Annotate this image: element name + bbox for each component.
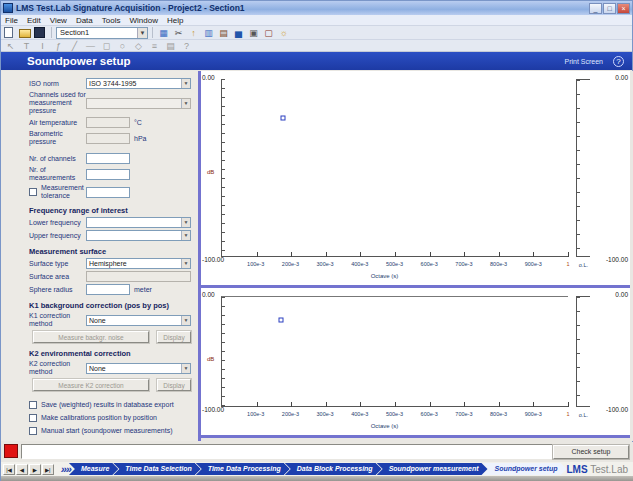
- print-icon[interactable]: ▣: [247, 27, 260, 39]
- select-arrow-icon[interactable]: ↖: [4, 40, 17, 52]
- sphere-radius-field[interactable]: [86, 284, 130, 295]
- workbook-tab-soundpower-setup[interactable]: Soundpower setup: [483, 463, 567, 475]
- cut-icon[interactable]: ✂: [172, 27, 185, 39]
- ellipse-tool-icon[interactable]: ○: [116, 40, 129, 52]
- menu-file[interactable]: File: [5, 16, 18, 25]
- octave-display-bottom: 0.00 -100.00 dB 100e-3200e-3300e-3400e-3…: [201, 288, 630, 438]
- x-tick-label: 1: [566, 411, 569, 417]
- screen-icon[interactable]: ▢: [262, 27, 275, 39]
- plot-area[interactable]: [221, 79, 568, 257]
- chevron-down-icon[interactable]: ▼: [181, 79, 190, 88]
- air-temperature-field[interactable]: [86, 117, 130, 128]
- overall-level-axis: [576, 296, 590, 407]
- close-button[interactable]: ×: [617, 3, 630, 14]
- chart-display-icon[interactable]: ▅: [232, 27, 245, 39]
- overall-level-axis: [576, 79, 590, 257]
- chevron-down-icon[interactable]: ▼: [181, 231, 190, 240]
- tips-icon[interactable]: ☼: [277, 27, 290, 39]
- frequency-range-section-header: Frequency range of interest: [29, 206, 191, 215]
- help-pointer-icon[interactable]: ?: [180, 40, 193, 52]
- k1-method-dropdown[interactable]: None▼: [86, 315, 191, 326]
- calibrations-position-label: Make calibrations position by position: [41, 414, 157, 422]
- iso-norm-value: ISO 3744-1995: [89, 80, 136, 87]
- surface-type-label: Surface type: [29, 260, 86, 268]
- upper-frequency-dropdown[interactable]: ▼: [86, 230, 191, 241]
- menu-view[interactable]: View: [50, 16, 67, 25]
- italic-text-tool-icon[interactable]: I: [36, 40, 49, 52]
- workbook-tab-time-data-processing[interactable]: Time Data Processing: [196, 463, 290, 475]
- workbook-tab-time-data-selection[interactable]: Time Data Selection: [113, 463, 200, 475]
- menu-edit[interactable]: Edit: [27, 16, 41, 25]
- manual-start-checkbox[interactable]: [29, 427, 37, 435]
- workbook-tabs: MeasureTime Data SelectionTime Data Proc…: [74, 463, 567, 475]
- window-title: LMS Test.Lab Signature Acquisition - Pro…: [16, 3, 589, 13]
- chevron-down-icon[interactable]: ▼: [181, 218, 190, 227]
- section-combo-value: Section1: [60, 28, 89, 37]
- last-workbook-button[interactable]: ▶|: [42, 464, 54, 475]
- chevron-down-icon: ▼: [181, 99, 190, 108]
- x-tick-label: 400e-3: [351, 261, 368, 267]
- navigate-up-icon[interactable]: ↑: [187, 27, 200, 39]
- chevron-down-icon[interactable]: ▼: [137, 28, 147, 38]
- previous-workbook-button[interactable]: ◀: [16, 464, 28, 475]
- menu-tools[interactable]: Tools: [102, 16, 121, 25]
- lower-frequency-dropdown[interactable]: ▼: [86, 217, 191, 228]
- function-tool-icon[interactable]: ƒ: [52, 40, 65, 52]
- measure-k2-correction-button[interactable]: Measure K2 correction: [33, 379, 149, 391]
- save-icon[interactable]: [34, 27, 47, 39]
- new-document-icon[interactable]: [4, 27, 17, 39]
- workspace-icon[interactable]: ▤: [217, 27, 230, 39]
- rectangle-tool-icon[interactable]: ◻: [100, 40, 113, 52]
- iso-norm-dropdown[interactable]: ISO 3744-1995▼: [86, 78, 191, 89]
- help-icon[interactable]: ?: [613, 56, 624, 67]
- grid-tool-icon[interactable]: ▤: [164, 40, 177, 52]
- iso-norm-label: ISO norm: [29, 80, 86, 88]
- copy-data-icon[interactable]: ▥: [202, 27, 215, 39]
- save-weighted-results-checkbox[interactable]: [29, 401, 37, 409]
- chevron-down-icon[interactable]: ▼: [181, 316, 190, 325]
- diamond-tool-icon[interactable]: ◇: [132, 40, 145, 52]
- nr-measurements-label: Nr. of measurements: [29, 166, 86, 182]
- layers-tool-icon[interactable]: ≡: [148, 40, 161, 52]
- measurement-tolerance-checkbox[interactable]: [29, 188, 37, 196]
- section-combo[interactable]: Section1 ▼: [56, 27, 148, 39]
- more-workbooks-icon[interactable]: »»: [61, 463, 71, 475]
- x-tick-label: 200e-3: [282, 411, 299, 417]
- titlebar: LMS Test.Lab Signature Acquisition - Pro…: [1, 1, 632, 15]
- k2-display-button[interactable]: Display: [157, 379, 191, 391]
- print-screen-link[interactable]: Print Screen: [564, 58, 603, 65]
- k1-display-button[interactable]: Display: [157, 331, 191, 343]
- open-folder-icon[interactable]: [19, 27, 32, 39]
- workbook-tab-soundpower-measurement[interactable]: Soundpower measurement: [377, 463, 488, 475]
- x-tick-label: 600e-3: [421, 261, 438, 267]
- next-workbook-button[interactable]: ▶: [29, 464, 41, 475]
- surface-type-dropdown[interactable]: Hemisphere▼: [86, 258, 191, 269]
- calibrations-position-checkbox[interactable]: [29, 414, 37, 422]
- k2-method-dropdown[interactable]: None▼: [86, 363, 191, 374]
- nr-measurements-field[interactable]: [86, 169, 130, 180]
- dash-tool-icon[interactable]: —: [84, 40, 97, 52]
- mic-pressure-dropdown[interactable]: ▼: [86, 98, 191, 109]
- workbook-tab-data-block-processing[interactable]: Data Block Processing: [285, 463, 382, 475]
- workbook-tab-measure[interactable]: Measure: [69, 463, 118, 475]
- check-setup-button[interactable]: Check setup: [553, 445, 629, 459]
- add-section-icon[interactable]: ▦: [157, 27, 170, 39]
- chevron-down-icon[interactable]: ▼: [181, 364, 190, 373]
- x-tick-label: 500e-3: [386, 411, 403, 417]
- menu-window[interactable]: Window: [129, 16, 157, 25]
- lower-frequency-label: Lower frequency: [29, 219, 86, 227]
- maximize-button[interactable]: □: [603, 3, 616, 14]
- menu-data[interactable]: Data: [76, 16, 93, 25]
- menu-help[interactable]: Help: [167, 16, 183, 25]
- barometric-pressure-field[interactable]: [86, 133, 130, 144]
- measurement-tolerance-field[interactable]: [86, 187, 130, 198]
- measure-background-noise-button[interactable]: Measure backgr. noise: [33, 331, 149, 343]
- text-tool-icon[interactable]: T: [20, 40, 33, 52]
- chevron-down-icon[interactable]: ▼: [181, 259, 190, 268]
- line-tool-icon[interactable]: ╱: [68, 40, 81, 52]
- minimize-button[interactable]: _: [589, 3, 602, 14]
- first-workbook-button[interactable]: |◀: [3, 464, 15, 475]
- plot-area[interactable]: [221, 296, 568, 407]
- nr-channels-field[interactable]: [86, 153, 130, 164]
- toolbar-main: Section1 ▼ ▦✂↑▥▤▅▣▢☼: [1, 26, 632, 40]
